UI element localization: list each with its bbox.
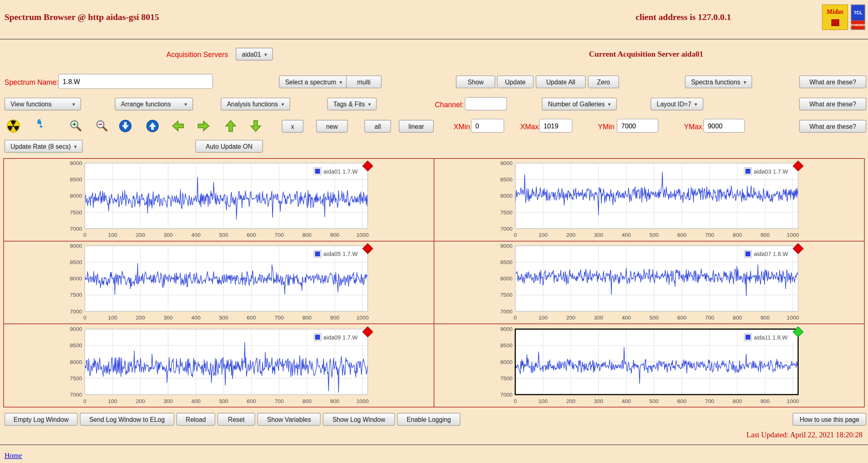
x-tick-label: 300 [594, 315, 603, 321]
tcl-logo-bottom: POWERED [851, 20, 865, 29]
home-link[interactable]: Home [4, 451, 22, 460]
show-variables-button[interactable]: Show Variables [257, 413, 321, 426]
tags-fits-value: Tags & Fits [333, 101, 365, 107]
radiation-icon[interactable] [7, 119, 20, 133]
all-button[interactable]: all [365, 120, 391, 132]
layout-id-dropdown[interactable]: Layout ID=7 [650, 98, 703, 110]
update-button[interactable]: Update [497, 75, 534, 88]
y-tick-label: 8000 [70, 359, 83, 365]
x-tick-label: 900 [760, 232, 770, 238]
multi-button[interactable]: multi [346, 75, 382, 88]
zoom-in-icon[interactable] [69, 119, 83, 133]
move-up-icon[interactable] [224, 119, 237, 133]
y-tick-label: 7500 [70, 292, 83, 298]
footer-divider [0, 445, 868, 445]
x-tick-label: 400 [191, 315, 201, 321]
x-tick-label: 0 [84, 315, 87, 321]
ymax-input[interactable] [703, 119, 745, 132]
move-left-icon[interactable] [171, 119, 185, 133]
midas-logo: Midas [822, 4, 848, 30]
number-of-galleries-value: Number of Galleries [548, 101, 604, 107]
legend-swatch [315, 334, 320, 339]
gallery-cell-1[interactable]: 7000750080008500900001002003004005006007… [4, 159, 434, 241]
show-log-window-button[interactable]: Show Log Window [323, 413, 395, 426]
ymin-input[interactable] [617, 119, 658, 132]
spectrum-chart-1[interactable]: 7000750080008500900001002003004005006007… [63, 159, 374, 240]
y-tick-label: 8500 [500, 342, 513, 348]
move-down-icon[interactable] [249, 119, 262, 133]
new-button[interactable]: new [316, 120, 348, 132]
legend-swatch [315, 251, 320, 256]
y-tick-label: 8000 [500, 276, 513, 282]
view-functions-dropdown[interactable]: View functions [4, 98, 81, 110]
auto-update-button[interactable]: Auto Update ON [195, 140, 263, 152]
arrange-functions-dropdown[interactable]: Arrange functions [115, 98, 193, 110]
show-button[interactable]: Show [456, 75, 495, 88]
gallery-cell-3[interactable]: 7000750080008500900001002003004005006007… [4, 241, 434, 324]
number-of-galleries-dropdown[interactable]: Number of Galleries [542, 98, 617, 110]
x-tick-label: 700 [705, 398, 714, 404]
acquisition-servers-label: Acquisition Servers [166, 51, 228, 59]
x-tick-label: 200 [566, 232, 576, 238]
linear-button[interactable]: linear [399, 120, 434, 132]
y-tick-label: 8500 [70, 342, 83, 348]
xmax-label: XMax [520, 123, 538, 131]
move-right-icon[interactable] [197, 119, 210, 133]
spectra-gallery: 7000750080008500900001002003004005006007… [3, 158, 865, 407]
x-tick-label: 400 [622, 398, 631, 404]
spectrum-chart-6[interactable]: 7000750080008500900001002003004005006007… [493, 325, 805, 406]
scroll-down-icon[interactable] [119, 119, 132, 133]
gallery-cell-4[interactable]: 7000750080008500900001002003004005006007… [434, 241, 864, 324]
tcl-powered-logo: TCL POWERED [851, 4, 865, 30]
gallery-cell-5[interactable]: 7000750080008500900001002003004005006007… [4, 324, 434, 407]
what-are-these-button-3[interactable]: What are these? [799, 120, 866, 132]
spectra-functions-dropdown[interactable]: Spectra functions [685, 75, 752, 88]
x-tick-label: 100 [538, 232, 548, 238]
update-all-button[interactable]: Update All [536, 75, 586, 88]
x-tick-label: 600 [247, 315, 256, 321]
update-rate-dropdown[interactable]: Update Rate (8 secs) [4, 140, 83, 152]
zoom-out-icon[interactable] [95, 119, 109, 133]
x-tick-label: 300 [594, 232, 603, 238]
gallery-cell-2[interactable]: 7000750080008500900001002003004005006007… [434, 159, 864, 241]
x-tick-label: 900 [760, 398, 770, 404]
spectrum-name-input[interactable] [58, 74, 213, 89]
xmin-input[interactable] [471, 119, 504, 132]
what-are-these-button-1[interactable]: What are these? [799, 75, 866, 88]
x-button[interactable]: x [282, 120, 303, 132]
gallery-cell-6[interactable]: 7000750080008500900001002003004005006007… [434, 324, 864, 407]
legend-label: aida01 1.7.W [323, 168, 358, 175]
x-tick-label: 800 [733, 232, 742, 238]
what-are-these-button-2[interactable]: What are these? [799, 98, 866, 110]
spectrum-chart-5[interactable]: 7000750080008500900001002003004005006007… [63, 325, 374, 406]
analysis-functions-dropdown[interactable]: Analysis functions [221, 98, 290, 110]
tags-fits-dropdown[interactable]: Tags & Fits [327, 98, 377, 110]
empty-log-window-button[interactable]: Empty Log Window [4, 413, 78, 426]
channel-input[interactable] [465, 97, 507, 110]
x-tick-label: 100 [538, 398, 548, 404]
enable-logging-button[interactable]: Enable Logging [397, 413, 460, 426]
layout-id-value: Layout ID=7 [657, 101, 691, 107]
acquisition-server-select[interactable]: aida01 [236, 48, 273, 60]
x-tick-label: 500 [219, 232, 229, 238]
scroll-up-icon[interactable] [146, 119, 159, 133]
x-tick-label: 900 [760, 315, 770, 321]
zero-button[interactable]: Zero [588, 75, 619, 88]
last-updated-text: Last Updated: April 22, 2021 18:20:28 [746, 431, 862, 440]
select-spectrum-dropdown[interactable]: Select a spectrum [279, 75, 348, 88]
spectrum-chart-4[interactable]: 7000750080008500900001002003004005006007… [493, 242, 805, 323]
xmax-input[interactable] [539, 119, 573, 132]
x-tick-label: 200 [136, 398, 145, 404]
x-tick-label: 700 [705, 315, 714, 321]
how-to-use-button[interactable]: How to use this page [793, 413, 866, 426]
x-tick-label: 200 [566, 398, 576, 404]
spectrum-chart-2[interactable]: 7000750080008500900001002003004005006007… [493, 159, 805, 240]
send-log-to-elog-button[interactable]: Send Log Window to ELog [80, 413, 174, 426]
x-tick-label: 0 [514, 315, 517, 321]
refresh-icon[interactable] [29, 119, 42, 133]
reload-button[interactable]: Reload [176, 413, 215, 426]
reset-button[interactable]: Reset [218, 413, 255, 426]
spectrum-chart-3[interactable]: 7000750080008500900001002003004005006007… [63, 242, 374, 323]
y-tick-label: 8000 [500, 359, 513, 365]
x-tick-label: 500 [219, 398, 229, 404]
